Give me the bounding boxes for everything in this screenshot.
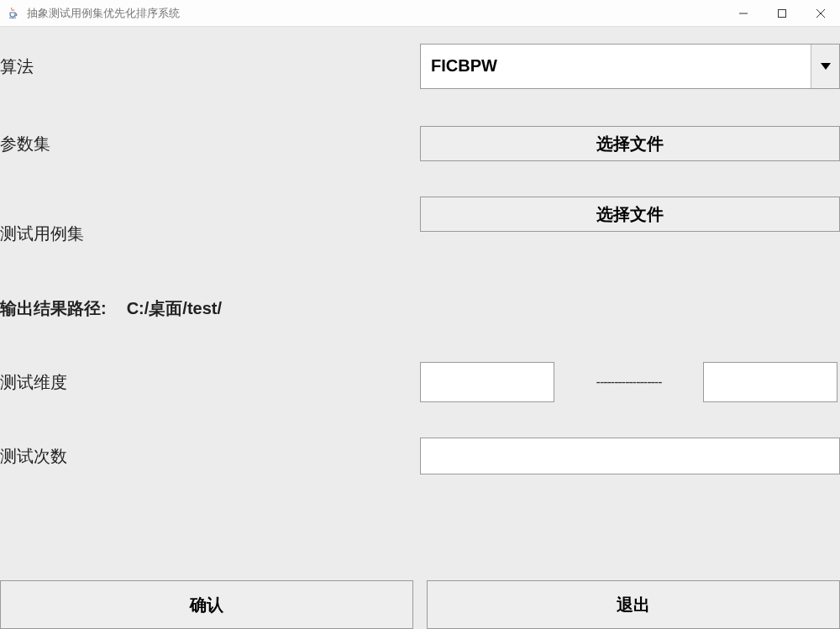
row-count: 测试次数 — [0, 435, 840, 477]
confirm-button[interactable]: 确认 — [0, 580, 413, 629]
testcase-label: 测试用例集 — [0, 223, 420, 250]
dimension-from-input[interactable] — [420, 362, 554, 402]
paramset-choose-file-button[interactable]: 选择文件 — [420, 126, 840, 161]
dimension-to-input[interactable] — [703, 362, 837, 402]
app-window: 抽象测试用例集优先化排序系统 算法 FICBPW — [0, 0, 840, 629]
row-algorithm: 算法 FICBPW — [0, 44, 840, 89]
svg-rect-1 — [779, 9, 786, 17]
exit-button[interactable]: 退出 — [427, 580, 840, 629]
paramset-label: 参数集 — [0, 133, 420, 155]
content-area: 算法 FICBPW 参数集 选择文件 测试用例集 选择文件 — [0, 27, 840, 629]
titlebar: 抽象测试用例集优先化排序系统 — [0, 0, 840, 27]
count-input[interactable] — [420, 438, 840, 474]
count-label: 测试次数 — [0, 445, 420, 468]
row-dimension: 测试维度 ------------------ — [0, 361, 840, 403]
chevron-down-icon[interactable] — [811, 45, 839, 88]
dimension-separator: ------------------ — [559, 375, 698, 390]
output-path-value: C:/桌面/test/ — [127, 297, 222, 320]
bottom-button-bar: 确认 退出 — [0, 580, 840, 629]
java-icon — [5, 6, 20, 21]
dimension-label: 测试维度 — [0, 371, 420, 394]
output-path-label: 输出结果路径: — [0, 297, 107, 320]
row-output-path: 输出结果路径: C:/桌面/test/ — [0, 287, 840, 329]
window-controls — [724, 0, 840, 26]
minimize-button[interactable] — [724, 0, 763, 26]
algorithm-combo[interactable]: FICBPW — [420, 44, 840, 89]
algorithm-label: 算法 — [0, 55, 420, 78]
algorithm-value: FICBPW — [421, 45, 811, 88]
window-title: 抽象测试用例集优先化排序系统 — [27, 6, 724, 21]
svg-marker-4 — [821, 63, 831, 70]
maximize-button[interactable] — [763, 0, 801, 26]
close-button[interactable] — [801, 0, 840, 26]
testcase-choose-file-button[interactable]: 选择文件 — [420, 197, 840, 232]
row-testcase: 测试用例集 选择文件 — [0, 197, 840, 255]
row-paramset: 参数集 选择文件 — [0, 123, 840, 165]
